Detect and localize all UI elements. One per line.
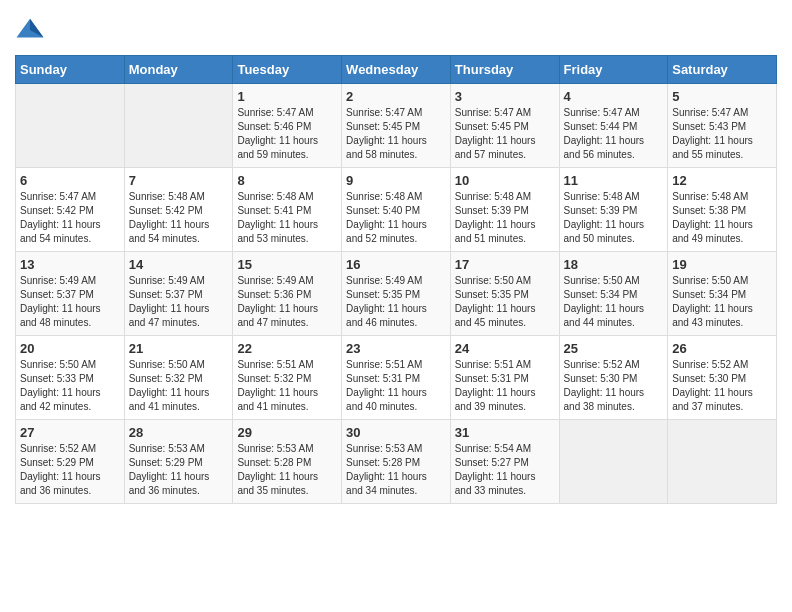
sunrise-label: Sunrise: 5:47 AM xyxy=(20,191,96,202)
cell-content: Sunrise: 5:48 AM Sunset: 5:42 PM Dayligh… xyxy=(129,190,229,246)
cell-content: Sunrise: 5:50 AM Sunset: 5:34 PM Dayligh… xyxy=(672,274,772,330)
day-number: 1 xyxy=(237,89,337,104)
sunset-label: Sunset: 5:32 PM xyxy=(129,373,203,384)
calendar-cell: 3 Sunrise: 5:47 AM Sunset: 5:45 PM Dayli… xyxy=(450,84,559,168)
header-cell-tuesday: Tuesday xyxy=(233,56,342,84)
sunset-label: Sunset: 5:31 PM xyxy=(455,373,529,384)
cell-content: Sunrise: 5:49 AM Sunset: 5:35 PM Dayligh… xyxy=(346,274,446,330)
daylight-label: Daylight: 11 hours and 45 minutes. xyxy=(455,303,536,328)
sunrise-label: Sunrise: 5:47 AM xyxy=(237,107,313,118)
cell-content: Sunrise: 5:47 AM Sunset: 5:45 PM Dayligh… xyxy=(455,106,555,162)
sunrise-label: Sunrise: 5:49 AM xyxy=(129,275,205,286)
cell-content: Sunrise: 5:48 AM Sunset: 5:39 PM Dayligh… xyxy=(455,190,555,246)
calendar-cell: 22 Sunrise: 5:51 AM Sunset: 5:32 PM Dayl… xyxy=(233,336,342,420)
daylight-label: Daylight: 11 hours and 35 minutes. xyxy=(237,471,318,496)
header-cell-saturday: Saturday xyxy=(668,56,777,84)
day-number: 3 xyxy=(455,89,555,104)
daylight-label: Daylight: 11 hours and 34 minutes. xyxy=(346,471,427,496)
calendar-cell: 24 Sunrise: 5:51 AM Sunset: 5:31 PM Dayl… xyxy=(450,336,559,420)
daylight-label: Daylight: 11 hours and 56 minutes. xyxy=(564,135,645,160)
day-number: 10 xyxy=(455,173,555,188)
calendar-cell: 10 Sunrise: 5:48 AM Sunset: 5:39 PM Dayl… xyxy=(450,168,559,252)
calendar-cell: 29 Sunrise: 5:53 AM Sunset: 5:28 PM Dayl… xyxy=(233,420,342,504)
sunrise-label: Sunrise: 5:50 AM xyxy=(564,275,640,286)
cell-content: Sunrise: 5:48 AM Sunset: 5:40 PM Dayligh… xyxy=(346,190,446,246)
daylight-label: Daylight: 11 hours and 48 minutes. xyxy=(20,303,101,328)
day-number: 5 xyxy=(672,89,772,104)
sunrise-label: Sunrise: 5:47 AM xyxy=(455,107,531,118)
cell-content: Sunrise: 5:49 AM Sunset: 5:36 PM Dayligh… xyxy=(237,274,337,330)
cell-content: Sunrise: 5:49 AM Sunset: 5:37 PM Dayligh… xyxy=(129,274,229,330)
calendar-header: SundayMondayTuesdayWednesdayThursdayFrid… xyxy=(16,56,777,84)
sunset-label: Sunset: 5:30 PM xyxy=(672,373,746,384)
week-row-5: 27 Sunrise: 5:52 AM Sunset: 5:29 PM Dayl… xyxy=(16,420,777,504)
sunrise-label: Sunrise: 5:52 AM xyxy=(672,359,748,370)
calendar-cell xyxy=(559,420,668,504)
day-number: 2 xyxy=(346,89,446,104)
sunset-label: Sunset: 5:32 PM xyxy=(237,373,311,384)
daylight-label: Daylight: 11 hours and 36 minutes. xyxy=(129,471,210,496)
day-number: 4 xyxy=(564,89,664,104)
sunset-label: Sunset: 5:38 PM xyxy=(672,205,746,216)
day-number: 29 xyxy=(237,425,337,440)
day-number: 8 xyxy=(237,173,337,188)
sunset-label: Sunset: 5:39 PM xyxy=(564,205,638,216)
day-number: 16 xyxy=(346,257,446,272)
daylight-label: Daylight: 11 hours and 47 minutes. xyxy=(237,303,318,328)
week-row-3: 13 Sunrise: 5:49 AM Sunset: 5:37 PM Dayl… xyxy=(16,252,777,336)
sunrise-label: Sunrise: 5:48 AM xyxy=(346,191,422,202)
calendar-cell: 1 Sunrise: 5:47 AM Sunset: 5:46 PM Dayli… xyxy=(233,84,342,168)
day-number: 7 xyxy=(129,173,229,188)
sunrise-label: Sunrise: 5:50 AM xyxy=(129,359,205,370)
calendar-cell: 27 Sunrise: 5:52 AM Sunset: 5:29 PM Dayl… xyxy=(16,420,125,504)
calendar-cell: 26 Sunrise: 5:52 AM Sunset: 5:30 PM Dayl… xyxy=(668,336,777,420)
cell-content: Sunrise: 5:50 AM Sunset: 5:34 PM Dayligh… xyxy=(564,274,664,330)
sunrise-label: Sunrise: 5:50 AM xyxy=(455,275,531,286)
sunset-label: Sunset: 5:33 PM xyxy=(20,373,94,384)
sunset-label: Sunset: 5:35 PM xyxy=(346,289,420,300)
sunset-label: Sunset: 5:45 PM xyxy=(346,121,420,132)
cell-content: Sunrise: 5:50 AM Sunset: 5:33 PM Dayligh… xyxy=(20,358,120,414)
day-number: 11 xyxy=(564,173,664,188)
sunrise-label: Sunrise: 5:48 AM xyxy=(564,191,640,202)
week-row-2: 6 Sunrise: 5:47 AM Sunset: 5:42 PM Dayli… xyxy=(16,168,777,252)
calendar-cell xyxy=(16,84,125,168)
calendar-cell: 30 Sunrise: 5:53 AM Sunset: 5:28 PM Dayl… xyxy=(342,420,451,504)
calendar-cell: 2 Sunrise: 5:47 AM Sunset: 5:45 PM Dayli… xyxy=(342,84,451,168)
calendar-cell xyxy=(124,84,233,168)
daylight-label: Daylight: 11 hours and 37 minutes. xyxy=(672,387,753,412)
day-number: 25 xyxy=(564,341,664,356)
header-cell-wednesday: Wednesday xyxy=(342,56,451,84)
daylight-label: Daylight: 11 hours and 40 minutes. xyxy=(346,387,427,412)
cell-content: Sunrise: 5:52 AM Sunset: 5:30 PM Dayligh… xyxy=(564,358,664,414)
sunrise-label: Sunrise: 5:49 AM xyxy=(346,275,422,286)
sunset-label: Sunset: 5:45 PM xyxy=(455,121,529,132)
sunset-label: Sunset: 5:37 PM xyxy=(20,289,94,300)
day-number: 23 xyxy=(346,341,446,356)
header-cell-sunday: Sunday xyxy=(16,56,125,84)
calendar-cell: 23 Sunrise: 5:51 AM Sunset: 5:31 PM Dayl… xyxy=(342,336,451,420)
sunrise-label: Sunrise: 5:48 AM xyxy=(129,191,205,202)
sunset-label: Sunset: 5:28 PM xyxy=(237,457,311,468)
cell-content: Sunrise: 5:52 AM Sunset: 5:29 PM Dayligh… xyxy=(20,442,120,498)
sunset-label: Sunset: 5:31 PM xyxy=(346,373,420,384)
day-number: 26 xyxy=(672,341,772,356)
sunset-label: Sunset: 5:37 PM xyxy=(129,289,203,300)
cell-content: Sunrise: 5:50 AM Sunset: 5:35 PM Dayligh… xyxy=(455,274,555,330)
day-number: 20 xyxy=(20,341,120,356)
sunrise-label: Sunrise: 5:49 AM xyxy=(20,275,96,286)
sunset-label: Sunset: 5:27 PM xyxy=(455,457,529,468)
day-number: 28 xyxy=(129,425,229,440)
daylight-label: Daylight: 11 hours and 57 minutes. xyxy=(455,135,536,160)
header-cell-thursday: Thursday xyxy=(450,56,559,84)
sunset-label: Sunset: 5:40 PM xyxy=(346,205,420,216)
day-number: 19 xyxy=(672,257,772,272)
sunrise-label: Sunrise: 5:47 AM xyxy=(346,107,422,118)
cell-content: Sunrise: 5:47 AM Sunset: 5:46 PM Dayligh… xyxy=(237,106,337,162)
calendar-cell: 5 Sunrise: 5:47 AM Sunset: 5:43 PM Dayli… xyxy=(668,84,777,168)
header-cell-monday: Monday xyxy=(124,56,233,84)
sunrise-label: Sunrise: 5:54 AM xyxy=(455,443,531,454)
cell-content: Sunrise: 5:47 AM Sunset: 5:42 PM Dayligh… xyxy=(20,190,120,246)
day-number: 6 xyxy=(20,173,120,188)
sunset-label: Sunset: 5:35 PM xyxy=(455,289,529,300)
